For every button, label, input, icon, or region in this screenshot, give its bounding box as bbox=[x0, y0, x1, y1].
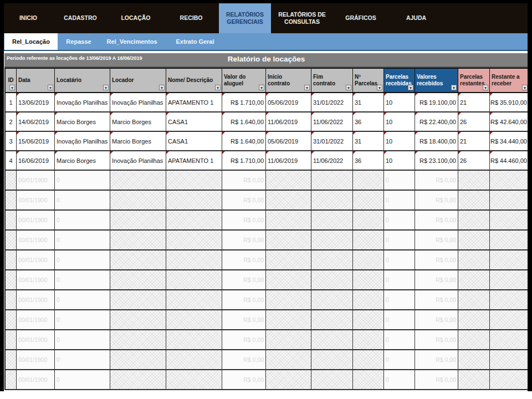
cell-empty[interactable] bbox=[266, 171, 311, 191]
col-header-valor-aluguel[interactable]: Valor do aluguel▾ bbox=[222, 69, 266, 93]
cell-empty[interactable] bbox=[6, 290, 17, 310]
cell-empty-parcelas[interactable]: 0 bbox=[384, 330, 415, 350]
cell-data[interactable]: 16/06/2019 bbox=[17, 151, 55, 171]
cell-parcelas-recebidas[interactable]: 10 bbox=[384, 93, 415, 112]
cell-empty[interactable] bbox=[490, 171, 529, 191]
cell-empty[interactable] bbox=[6, 370, 17, 390]
cell-num-parcelas[interactable]: 31 bbox=[353, 132, 384, 151]
cell-nome[interactable]: APATAMENTO 1 bbox=[166, 93, 222, 112]
cell-empty-locatario[interactable]: 0 bbox=[55, 290, 110, 310]
cell-empty[interactable] bbox=[110, 290, 166, 310]
cell-empty-parcelas[interactable]: 0 bbox=[384, 171, 415, 191]
cell-empty[interactable] bbox=[353, 350, 384, 370]
cell-empty[interactable] bbox=[458, 211, 490, 231]
cell-empty[interactable] bbox=[353, 290, 384, 310]
cell-empty[interactable] bbox=[110, 270, 166, 290]
cell-empty[interactable] bbox=[110, 330, 166, 350]
col-header-restante-receber[interactable]: Restante a receber▾ bbox=[490, 69, 529, 93]
col-header-fim-contrato[interactable]: Fim contrato▾ bbox=[311, 69, 353, 93]
cell-empty[interactable] bbox=[353, 250, 384, 270]
cell-empty[interactable] bbox=[266, 330, 311, 350]
filter-dropdown-icon[interactable]: ▾ bbox=[103, 85, 109, 90]
cell-empty[interactable] bbox=[458, 231, 490, 250]
cell-empty[interactable] bbox=[353, 171, 384, 191]
nav-item-recibo[interactable]: RECIBO bbox=[163, 3, 219, 33]
cell-locador[interactable]: Marcio Borges bbox=[110, 112, 166, 132]
filter-dropdown-icon[interactable]: ▾ bbox=[377, 85, 382, 90]
col-header-parcelas-restantes[interactable]: Parcelas restantes▾ bbox=[458, 69, 490, 93]
cell-empty-valores[interactable]: R$ 0,00 bbox=[415, 370, 458, 390]
cell-empty[interactable] bbox=[458, 350, 490, 370]
cell-empty[interactable] bbox=[166, 370, 222, 390]
cell-empty-date[interactable]: 00/01/1900 bbox=[17, 270, 55, 290]
cell-empty[interactable] bbox=[311, 191, 353, 211]
cell-empty[interactable] bbox=[311, 211, 353, 231]
cell-empty[interactable] bbox=[6, 250, 17, 270]
cell-empty[interactable] bbox=[490, 290, 529, 310]
cell-empty[interactable] bbox=[353, 310, 384, 330]
cell-parcelas-restantes[interactable]: 21 bbox=[458, 132, 490, 151]
nav-item-inicio[interactable]: INICIO bbox=[4, 3, 53, 33]
cell-empty-parcelas[interactable]: 0 bbox=[384, 290, 415, 310]
cell-empty-locatario[interactable]: 0 bbox=[55, 270, 110, 290]
filter-dropdown-icon[interactable]: ▾ bbox=[159, 85, 165, 90]
cell-empty[interactable] bbox=[266, 250, 311, 270]
cell-empty[interactable] bbox=[458, 370, 490, 390]
cell-valores-recebidos[interactable]: R$ 19.100,00 bbox=[415, 93, 458, 112]
cell-empty-valor[interactable]: R$ 0,00 bbox=[222, 350, 266, 370]
cell-empty[interactable] bbox=[166, 171, 222, 191]
cell-num-parcelas[interactable]: 36 bbox=[353, 112, 384, 132]
cell-locador[interactable]: Marcio Borges bbox=[110, 132, 166, 151]
col-header-locatario[interactable]: Locatário▾ bbox=[55, 69, 110, 93]
cell-empty-valores[interactable]: R$ 0,00 bbox=[415, 350, 458, 370]
cell-empty-valor[interactable]: R$ 0,00 bbox=[222, 171, 266, 191]
filter-dropdown-icon[interactable]: ▾ bbox=[483, 85, 488, 90]
cell-empty[interactable] bbox=[166, 211, 222, 231]
cell-empty[interactable] bbox=[458, 330, 490, 350]
cell-empty-locatario[interactable]: 0 bbox=[55, 370, 110, 390]
cell-locador[interactable]: Inovação Planilhas bbox=[110, 151, 166, 171]
cell-empty-parcelas[interactable]: 0 bbox=[384, 191, 415, 211]
cell-empty-date[interactable]: 00/01/1900 bbox=[17, 211, 55, 231]
cell-empty-valor[interactable]: R$ 0,00 bbox=[222, 310, 266, 330]
cell-empty-valores[interactable]: R$ 0,00 bbox=[415, 310, 458, 330]
cell-valor-aluguel[interactable]: R$ 1.640,00 bbox=[222, 132, 266, 151]
cell-empty[interactable] bbox=[458, 250, 490, 270]
cell-empty[interactable] bbox=[311, 290, 353, 310]
cell-empty-valores[interactable]: R$ 0,00 bbox=[415, 250, 458, 270]
cell-empty-valor[interactable]: R$ 0,00 bbox=[222, 270, 266, 290]
cell-data[interactable]: 14/06/2019 bbox=[17, 112, 55, 132]
cell-id[interactable]: 4 bbox=[6, 151, 17, 171]
cell-parcelas-recebidas[interactable]: 10 bbox=[384, 132, 415, 151]
cell-empty[interactable] bbox=[311, 370, 353, 390]
cell-inicio[interactable]: 05/06/2019 bbox=[266, 132, 311, 151]
cell-id[interactable]: 1 bbox=[6, 93, 17, 112]
cell-inicio[interactable]: 11/06/2019 bbox=[266, 112, 311, 132]
cell-empty[interactable] bbox=[311, 310, 353, 330]
cell-empty-parcelas[interactable]: 0 bbox=[384, 231, 415, 250]
nav-item-locacao[interactable]: LOCAÇÃO bbox=[108, 3, 163, 33]
cell-empty[interactable] bbox=[166, 290, 222, 310]
cell-empty-valor[interactable]: R$ 0,00 bbox=[222, 211, 266, 231]
cell-empty-parcelas[interactable]: 0 bbox=[384, 211, 415, 231]
cell-empty-locatario[interactable]: 0 bbox=[55, 330, 110, 350]
cell-empty[interactable] bbox=[266, 310, 311, 330]
filter-dropdown-icon[interactable]: ▾ bbox=[9, 85, 15, 90]
cell-empty-valor[interactable]: R$ 0,00 bbox=[222, 231, 266, 250]
cell-parcelas-restantes[interactable]: 26 bbox=[458, 151, 490, 171]
cell-data[interactable]: 13/06/2019 bbox=[17, 93, 55, 112]
cell-valor-aluguel[interactable]: R$ 1.710,00 bbox=[222, 151, 266, 171]
nav-item-relatorios-gerenciais[interactable]: RELATÓRIOS GERENCIAIS bbox=[219, 3, 271, 33]
cell-locador[interactable]: Inovação Planilhas bbox=[110, 93, 166, 112]
cell-empty[interactable] bbox=[110, 370, 166, 390]
cell-num-parcelas[interactable]: 36 bbox=[353, 151, 384, 171]
col-header-data[interactable]: Data▾ bbox=[17, 69, 55, 93]
cell-empty[interactable] bbox=[110, 231, 166, 250]
cell-empty-date[interactable]: 00/01/1900 bbox=[17, 250, 55, 270]
cell-empty[interactable] bbox=[353, 211, 384, 231]
cell-empty[interactable] bbox=[166, 350, 222, 370]
cell-empty[interactable] bbox=[311, 350, 353, 370]
cell-fim[interactable]: 11/06/2022 bbox=[311, 112, 353, 132]
cell-empty[interactable] bbox=[266, 270, 311, 290]
cell-inicio[interactable]: 05/06/2019 bbox=[266, 93, 311, 112]
